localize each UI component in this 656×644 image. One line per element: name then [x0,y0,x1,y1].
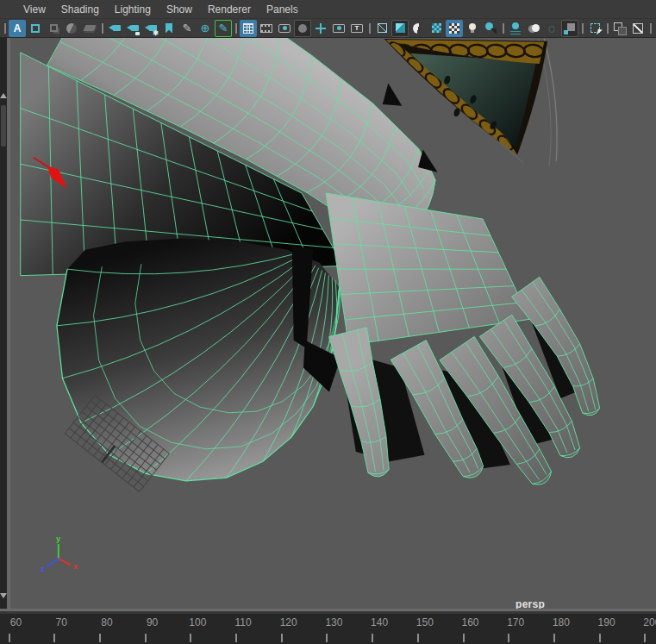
timeline-tick [508,634,509,642]
timeline-tick [372,634,373,642]
toolbar-separator [367,22,372,35]
wireframe-on-shaded-icon [413,23,423,34]
shaded-display-button[interactable] [391,20,409,37]
scroll-up-icon[interactable] [0,93,7,98]
ambient-occlusion-button[interactable] [507,20,524,37]
grease-pencil-button[interactable]: ✎ [178,20,196,37]
lighting-toggle-button[interactable] [464,20,481,37]
panel-toolbar: A✱✎⊕✎T◌ [0,19,656,38]
select-camera-button[interactable] [106,20,123,37]
wireframe-display-icon [378,23,387,33]
safe-title-button[interactable]: T [348,20,365,37]
safe-action-icon [333,24,345,33]
show-grid-icon [243,23,253,34]
gate-mask-icon [298,24,307,33]
timeline-tick [9,634,10,642]
bookmark-view-button[interactable] [160,20,178,37]
anti-aliasing-icon: ◌ [548,22,555,34]
resolution-gate-button[interactable] [276,20,293,37]
pencil-tool-active-button[interactable]: ✎ [215,20,232,37]
menu-item-lighting[interactable]: Lighting [107,1,159,18]
inactive-display-tool-1-icon [50,24,58,32]
timeline-frame-label: 170 [507,616,524,628]
safe-title-icon: T [351,24,363,33]
lock-camera-button[interactable] [124,20,141,37]
film-gate-button[interactable] [258,20,275,37]
resolution-gate-icon [278,24,291,33]
viewport-scrollbar[interactable] [0,38,7,609]
timeline-tick [145,634,147,642]
timeline-tick [53,634,55,642]
timeline-frame-label: 140 [371,616,388,628]
timeline-frame-label: 110 [234,616,251,628]
select-highlight-toggle-button[interactable] [27,20,44,37]
viewport-3d[interactable]: yxz persp [0,38,656,609]
camera-attributes-toggle-icon: A [14,23,22,34]
inactive-display-tool-3-button[interactable] [81,20,98,37]
motion-blur-button[interactable] [525,20,542,37]
zoom-region-button[interactable] [629,20,647,37]
safe-action-button[interactable] [330,20,347,37]
wireframe-display-button[interactable] [373,20,390,37]
axis-label-y: y [56,535,61,543]
object-selection-button[interactable] [586,20,603,37]
timeline-frame-label: 60 [10,616,22,628]
timeline-tick [326,634,328,642]
isolate-select-button[interactable] [611,20,628,37]
camera-settings-button[interactable]: ✱ [142,20,159,37]
inactive-display-tool-1-button[interactable] [45,20,62,37]
zoom-pan-tool-icon: ⊕ [201,22,210,34]
timeline-tick [599,634,601,642]
anti-aliasing-button[interactable]: ◌ [543,20,560,37]
shadows-toggle-button[interactable] [482,20,499,37]
timeline-tick [235,634,237,642]
axis-label-x: x [73,562,78,571]
lighting-toggle-icon [469,23,476,30]
lock-camera-icon [131,25,139,31]
toolbar-separator [580,22,584,35]
scroll-thumb[interactable] [1,105,6,147]
menu-item-shading[interactable]: Shading [53,1,107,18]
timeline-tick [190,634,191,642]
zoom-region-icon [633,23,643,34]
textured-display-button[interactable] [428,20,445,37]
zoom-pan-tool-button[interactable]: ⊕ [197,20,214,37]
wireframe-on-shaded-button[interactable] [409,20,427,37]
timeline-tick [281,634,283,642]
field-chart-button[interactable] [312,20,329,37]
shaded-display-icon [396,23,405,33]
gate-mask-button[interactable] [294,20,311,37]
bookmark-view-icon [166,23,172,34]
use-default-material-button[interactable] [446,20,463,37]
inactive-display-tool-2-button[interactable] [63,20,80,37]
timeline-tick [417,634,419,642]
timeline-frame-label: 160 [461,616,478,628]
toolbar-separator [648,22,653,35]
menu-item-show[interactable]: Show [159,1,200,18]
scene-canvas: yxz [0,38,656,609]
timeline-frame-label: 150 [416,616,434,628]
menu-item-panels[interactable]: Panels [259,1,306,18]
timeline-frame-label: 200 [643,616,656,628]
menu-item-view[interactable]: View [16,1,53,18]
toolbar-separator [605,22,609,35]
ambient-occlusion-icon [512,22,519,29]
timeline-frame-label: 100 [189,616,206,628]
inactive-display-tool-2-icon [66,23,77,34]
camera-attributes-toggle-button[interactable]: A [9,20,26,37]
timeline-tick [99,634,101,642]
timeline-frame-label: 90 [147,616,158,628]
select-camera-icon [113,25,121,31]
scroll-down-icon[interactable] [0,593,7,598]
show-grid-button[interactable] [240,20,257,37]
menu-item-renderer[interactable]: Renderer [200,1,259,18]
multisampling-icon [567,23,575,31]
toolbar-separator [234,22,238,35]
viewport-border [7,38,10,609]
multisampling-button[interactable] [561,20,578,37]
maya-viewport-panel: { "menu_bar": { "items": ["View", "Shadi… [0,0,656,644]
toolbar-separator [3,22,7,35]
time-slider[interactable]: 6070809010011012013014015016017018019020… [0,614,656,644]
textured-display-icon [432,23,441,33]
axis-label-z: z [41,565,45,573]
